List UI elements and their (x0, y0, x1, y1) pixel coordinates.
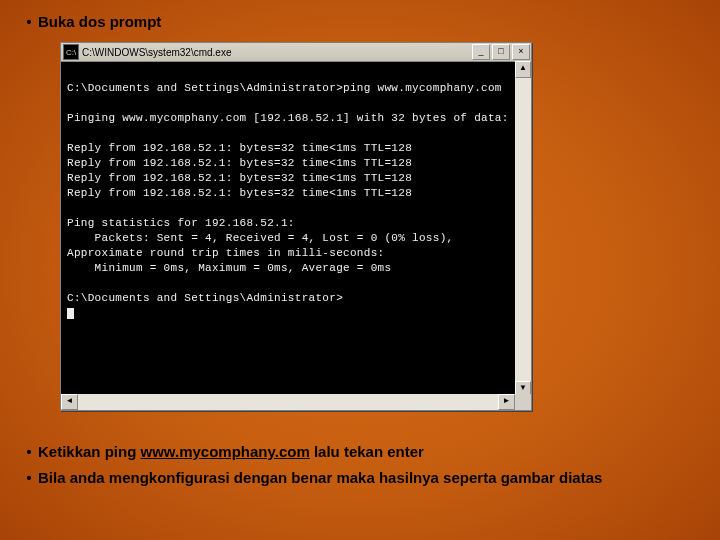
minimize-button[interactable]: _ (472, 44, 490, 60)
bullet-text: Buka dos prompt (38, 12, 700, 32)
titlebar[interactable]: C:\ C:\WINDOWS\system32\cmd.exe _ □ × (61, 43, 531, 62)
scrollbar-horizontal[interactable]: ◄ ► (61, 394, 515, 410)
bullet-text: Ketikkan ping www.mycomphany.com lalu te… (38, 442, 690, 462)
bottom-bullets: • Ketikkan ping www.mycomphany.com lalu … (20, 442, 690, 494)
top-bullets: • Buka dos prompt (20, 12, 700, 38)
scroll-up-button[interactable]: ▲ (515, 61, 531, 78)
cmd-output: C:\Documents and Settings\Administrator>… (67, 66, 525, 306)
bullet-item: • Ketikkan ping www.mycomphany.com lalu … (20, 442, 690, 462)
bullet-dot-icon: • (20, 442, 38, 462)
ping-url-link[interactable]: www.mycomphany.com (141, 443, 310, 460)
cmd-window: C:\ C:\WINDOWS\system32\cmd.exe _ □ × C:… (60, 42, 532, 411)
scroll-right-button[interactable]: ► (498, 394, 515, 410)
bullet-text: Bila anda mengkonfigurasi dengan benar m… (38, 468, 690, 488)
bullet-post: lalu tekan enter (310, 443, 424, 460)
close-button[interactable]: × (512, 44, 530, 60)
maximize-button[interactable]: □ (492, 44, 510, 60)
bullet-dot-icon: • (20, 468, 38, 488)
cmd-body[interactable]: C:\Documents and Settings\Administrator>… (61, 62, 531, 410)
scroll-track-v[interactable] (515, 78, 531, 381)
cursor-icon (67, 308, 74, 319)
cmd-icon: C:\ (63, 44, 79, 60)
scroll-left-button[interactable]: ◄ (61, 394, 78, 410)
slide: • Buka dos prompt C:\ C:\WINDOWS\system3… (0, 0, 720, 540)
scroll-track-h[interactable] (78, 394, 498, 410)
window-title: C:\WINDOWS\system32\cmd.exe (82, 47, 471, 58)
bullet-dot-icon: • (20, 12, 38, 32)
scrollbar-vertical[interactable]: ▲ ▼ (515, 61, 531, 394)
bullet-item: • Bila anda mengkonfigurasi dengan benar… (20, 468, 690, 488)
bullet-pre: Ketikkan ping (38, 443, 141, 460)
bullet-item: • Buka dos prompt (20, 12, 700, 32)
scrollbar-corner (515, 394, 531, 410)
